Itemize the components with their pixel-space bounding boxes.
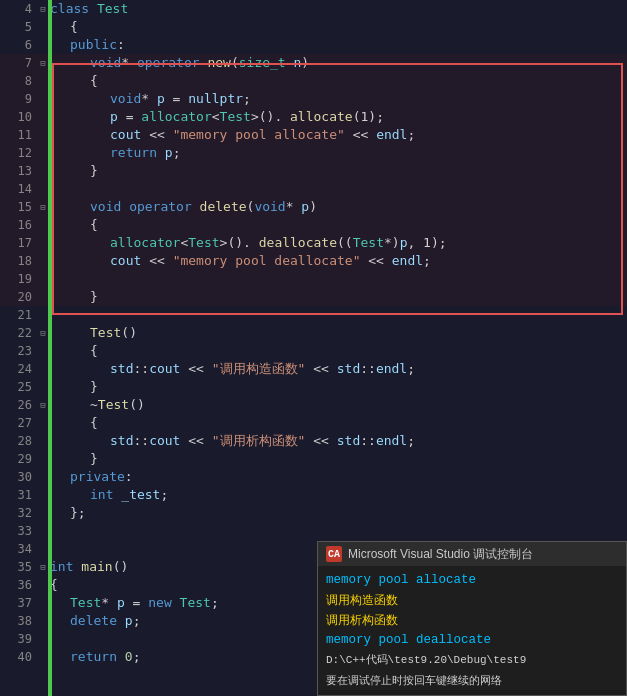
token-plain: ) bbox=[309, 198, 317, 216]
token-plain: , 1); bbox=[407, 234, 446, 252]
line-number: 12 bbox=[0, 146, 36, 160]
line-number: 34 bbox=[0, 542, 36, 556]
code-line: 4⊟class Test bbox=[0, 0, 627, 18]
code-line: 15⊟void operator delete(void* p) bbox=[0, 198, 627, 216]
line-number: 20 bbox=[0, 290, 36, 304]
token-plain: = bbox=[165, 90, 188, 108]
token-cls: Test bbox=[70, 594, 101, 612]
token-var: endl bbox=[376, 126, 407, 144]
code-line: 18cout << "memory pool deallocate" << en… bbox=[0, 252, 627, 270]
console-title: Microsoft Visual Studio 调试控制台 bbox=[348, 546, 533, 563]
token-plain: } bbox=[90, 162, 98, 180]
token-plain: ; bbox=[133, 612, 141, 630]
token-plain: * bbox=[286, 198, 302, 216]
code-editor: 4⊟class Test5{6public:7⊟void* operator n… bbox=[0, 0, 627, 696]
token-var: n bbox=[294, 54, 302, 72]
token-plain: () bbox=[113, 558, 129, 576]
token-var: _test bbox=[121, 486, 160, 504]
token-plain: ; bbox=[173, 144, 181, 162]
code-line: 10p = allocator<Test>(). allocate(1); bbox=[0, 108, 627, 126]
token-var: std bbox=[337, 432, 360, 450]
token-plain: ; bbox=[407, 360, 415, 378]
token-plain: () bbox=[121, 324, 137, 342]
line-number: 40 bbox=[0, 650, 36, 664]
code-line: 24std::cout << "调用构造函数" << std::endl; bbox=[0, 360, 627, 378]
token-plain: :: bbox=[133, 432, 149, 450]
line-number: 17 bbox=[0, 236, 36, 250]
token-plain: ; bbox=[211, 594, 219, 612]
line-number: 30 bbox=[0, 470, 36, 484]
token-plain: ; bbox=[133, 648, 141, 666]
line-number: 29 bbox=[0, 452, 36, 466]
token-plain: = bbox=[125, 594, 148, 612]
token-var: cout bbox=[149, 432, 180, 450]
code-line: 22⊟Test() bbox=[0, 324, 627, 342]
token-kw: int bbox=[90, 486, 113, 504]
token-plain bbox=[200, 54, 208, 72]
console-output-line: memory pool deallocate bbox=[326, 630, 618, 650]
code-line: 11cout << "memory pool allocate" << endl… bbox=[0, 126, 627, 144]
line-number: 26 bbox=[0, 398, 36, 412]
line-number: 27 bbox=[0, 416, 36, 430]
code-line: 20} bbox=[0, 288, 627, 306]
line-number: 11 bbox=[0, 128, 36, 142]
line-number: 6 bbox=[0, 38, 36, 52]
token-plain: { bbox=[90, 342, 98, 360]
token-var: endl bbox=[392, 252, 423, 270]
code-line: 19 bbox=[0, 270, 627, 288]
token-var: p bbox=[110, 108, 118, 126]
vs-icon: CA bbox=[326, 546, 342, 562]
green-indicator-bar bbox=[48, 0, 52, 696]
line-number: 37 bbox=[0, 596, 36, 610]
token-var: endl bbox=[376, 432, 407, 450]
line-number: 33 bbox=[0, 524, 36, 538]
code-line: 12return p; bbox=[0, 144, 627, 162]
console-output-line: memory pool allocate bbox=[326, 570, 618, 590]
code-line: 17allocator<Test>(). deallocate((Test*)p… bbox=[0, 234, 627, 252]
token-var: p bbox=[400, 234, 408, 252]
code-line: 6public: bbox=[0, 36, 627, 54]
line-number: 15 bbox=[0, 200, 36, 214]
token-plain bbox=[172, 594, 180, 612]
token-kw: class bbox=[50, 0, 89, 18]
token-plain bbox=[89, 0, 97, 18]
token-kw: operator bbox=[129, 198, 192, 216]
code-line: 33 bbox=[0, 522, 627, 540]
token-plain bbox=[121, 198, 129, 216]
console-output-line: 要在调试停止时按回车键继续的网络 bbox=[326, 670, 618, 690]
line-number: 19 bbox=[0, 272, 36, 286]
token-kw: operator bbox=[137, 54, 200, 72]
token-var: nullptr bbox=[188, 90, 243, 108]
token-plain bbox=[117, 648, 125, 666]
token-kw2: size_t bbox=[239, 54, 286, 72]
token-fn: Test bbox=[98, 396, 129, 414]
code-line: 7⊟void* operator new(size_t n) bbox=[0, 54, 627, 72]
line-number: 18 bbox=[0, 254, 36, 268]
token-str2: "调用构造函数" bbox=[212, 360, 306, 378]
code-line: 31int _test; bbox=[0, 486, 627, 504]
code-line: 8{ bbox=[0, 72, 627, 90]
token-plain: :: bbox=[360, 360, 376, 378]
token-var: std bbox=[337, 360, 360, 378]
line-number: 22 bbox=[0, 326, 36, 340]
token-plain: ; bbox=[243, 90, 251, 108]
console-output-line: 调用构造函数 bbox=[326, 590, 618, 610]
line-number: 28 bbox=[0, 434, 36, 448]
token-plain bbox=[286, 54, 294, 72]
console-panel[interactable]: CA Microsoft Visual Studio 调试控制台 memory … bbox=[317, 541, 627, 696]
line-number: 14 bbox=[0, 182, 36, 196]
line-number: 23 bbox=[0, 344, 36, 358]
console-output-line: D:\C++代码\test9.20\Debug\test9 bbox=[326, 650, 618, 670]
token-plain: >(). bbox=[220, 234, 259, 252]
token-plain: ; bbox=[423, 252, 431, 270]
token-plain: ~ bbox=[90, 396, 98, 414]
token-kw: delete bbox=[70, 612, 117, 630]
token-plain: }; bbox=[70, 504, 86, 522]
token-plain: ( bbox=[247, 198, 255, 216]
line-number: 38 bbox=[0, 614, 36, 628]
token-plain: { bbox=[70, 18, 78, 36]
token-cls: Test bbox=[97, 0, 128, 18]
token-plain: < bbox=[180, 234, 188, 252]
token-plain: << bbox=[141, 252, 172, 270]
token-cls: Test bbox=[353, 234, 384, 252]
